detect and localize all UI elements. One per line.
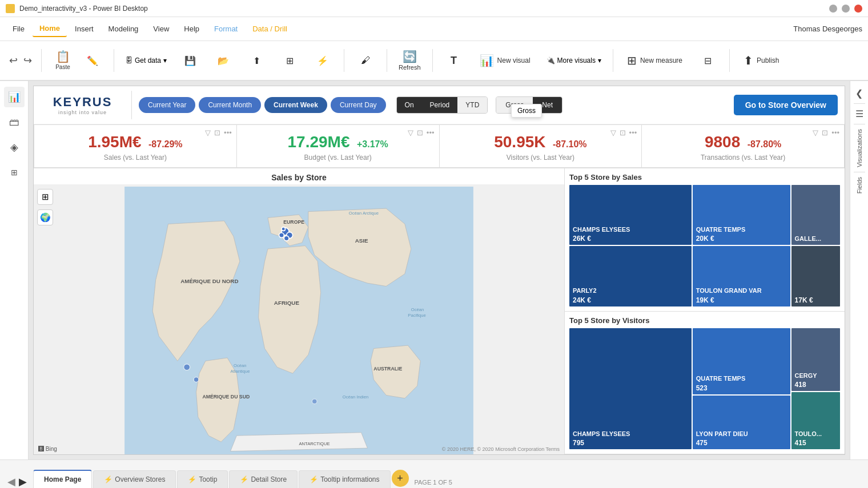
paste-btn[interactable]: 📋 Paste xyxy=(49,49,77,72)
format-page-btn[interactable]: 🖌 xyxy=(351,53,380,68)
ytd-btn[interactable]: YTD xyxy=(457,97,487,113)
query-btn[interactable]: ⚡ xyxy=(308,53,337,68)
fields-label[interactable]: Fields xyxy=(855,175,864,196)
ribbon-divider-2 xyxy=(114,49,114,72)
redo-btn[interactable]: ↪ xyxy=(21,52,34,69)
report-view-icon[interactable]: 📊 xyxy=(4,87,25,107)
world-map-svg[interactable]: AMÉRIQUE DU NORD EUROPE ASIE AFRIQUE AMÉ… xyxy=(34,187,564,454)
add-tab-btn[interactable]: + xyxy=(392,470,409,487)
svg-point-20 xyxy=(194,377,199,382)
svg-text:Océan Indien: Océan Indien xyxy=(343,394,368,400)
textbox-btn[interactable]: T xyxy=(440,53,468,69)
new-measure-btn[interactable]: ⊞ New measure xyxy=(620,50,689,71)
format-painter-btn[interactable]: ✏️ xyxy=(78,53,107,68)
kpi-sales-filter-icon[interactable]: ▽ xyxy=(205,128,211,137)
minimize-btn[interactable] xyxy=(829,5,837,13)
menu-format[interactable]: Format xyxy=(207,21,244,37)
new-visual-btn[interactable]: 📊 New visual xyxy=(473,50,537,71)
tab-info-label: Tooltip informations xyxy=(320,475,379,483)
treemap-galle[interactable]: GALLE... xyxy=(791,185,840,245)
treemap-5th-sales[interactable]: 17K € xyxy=(791,246,840,306)
menu-help[interactable]: Help xyxy=(177,21,206,37)
get-data-icon: 🗄 xyxy=(126,57,132,64)
kpi-sales-focus-icon[interactable]: ⊡ xyxy=(214,128,220,137)
title-bar: Demo_interactivity_v3 - Power BI Desktop xyxy=(0,0,868,17)
tab-overview-stores[interactable]: ⚡ Overview Stores xyxy=(93,470,176,488)
store-val-quatre: 20K € xyxy=(696,235,787,243)
undo-btn[interactable]: ↩ xyxy=(7,52,20,69)
menu-home[interactable]: Home xyxy=(33,21,67,37)
tab-next-arrow[interactable]: ▶ xyxy=(17,475,29,488)
current-day-btn[interactable]: Current Day xyxy=(331,97,386,113)
menu-modeling[interactable]: Modeling xyxy=(102,21,146,37)
current-month-btn[interactable]: Current Month xyxy=(199,97,261,113)
on-btn[interactable]: On xyxy=(397,97,422,113)
svg-point-17 xyxy=(284,236,289,241)
current-week-btn[interactable]: Current Week xyxy=(264,97,327,113)
treemap-col-1: QUATRE TEMPS 20K € TOULON GRAND VAR 19K … xyxy=(693,185,790,306)
save-btn[interactable]: 💾 xyxy=(176,53,204,68)
map-globe-icon[interactable]: 🌍 xyxy=(37,209,53,225)
keyrus-logo: KEYRUS insight into value xyxy=(41,91,132,119)
publish-small-btn[interactable]: ⬆ xyxy=(242,53,271,68)
treemap-visitors-toulo[interactable]: TOULO... 415 xyxy=(791,392,840,449)
kpi-budget-filter-icon[interactable]: ▽ xyxy=(408,128,413,137)
kpi-sales-value: 1.95M€ -87.29% xyxy=(46,133,225,151)
gross-tooltip-text: Gross xyxy=(517,107,536,115)
visualizations-label[interactable]: Visualizations xyxy=(855,127,864,170)
treemap-champs-elysees[interactable]: CHAMPS ELYSEES 26K € xyxy=(569,185,692,245)
kpi-budget-focus-icon[interactable]: ⊡ xyxy=(417,128,423,137)
canvas: KEYRUS insight into value Current Year C… xyxy=(29,81,850,459)
menu-file[interactable]: File xyxy=(6,21,31,37)
kpi-sales-more-icon[interactable]: ••• xyxy=(224,128,232,137)
go-to-store-btn[interactable]: Go to Store Overview xyxy=(734,95,838,115)
treemap-parly2[interactable]: PARLY2 24K € xyxy=(569,246,692,306)
svg-text:Atlantique: Atlantique xyxy=(231,369,250,374)
map-icons-left: ⊞ 🌍 xyxy=(37,189,53,225)
refresh-btn[interactable]: 🔄 Refresh xyxy=(394,49,425,73)
filter-panel-icon[interactable]: ☰ xyxy=(853,106,866,122)
tab-home-page[interactable]: Home Page xyxy=(33,470,92,488)
kpi-visitors-focus-icon[interactable]: ⊡ xyxy=(620,128,626,137)
ribbon-divider-5 xyxy=(432,49,433,72)
treemap-visitors-quatre[interactable]: QUATRE TEMPS 523 xyxy=(693,328,790,394)
menu-insert[interactable]: Insert xyxy=(68,21,101,37)
current-year-btn[interactable]: Current Year xyxy=(139,97,195,113)
tab-detail-store[interactable]: ⚡ Detail Store xyxy=(229,470,298,488)
maximize-btn[interactable] xyxy=(842,5,850,13)
kpi-transactions-filter-icon[interactable]: ▽ xyxy=(813,128,818,137)
treemap-visitors-cergy[interactable]: CERGY 418 xyxy=(791,328,840,391)
get-data-btn[interactable]: 🗄 Get data ▾ xyxy=(121,54,171,67)
kpi-transactions-more-icon[interactable]: ••• xyxy=(831,128,839,137)
kpi-budget-icons: ▽ ⊡ ••• xyxy=(408,128,435,137)
tab-tootip-label: Tootip xyxy=(199,475,217,483)
more-visuals-btn[interactable]: 🔌 More visuals ▾ xyxy=(542,54,606,67)
menu-view[interactable]: View xyxy=(146,21,176,37)
kpi-visitors-filter-icon[interactable]: ▽ xyxy=(610,128,616,137)
treemap-visitors-lyon[interactable]: LYON PART DIEU 475 xyxy=(693,396,790,449)
chevron-collapse-icon[interactable]: ❮ xyxy=(853,86,865,101)
dax-view-icon[interactable]: ⊞ xyxy=(4,162,25,183)
tab-tootip[interactable]: ⚡ Tootip xyxy=(177,470,228,488)
menu-data-drill[interactable]: Data / Drill xyxy=(246,21,294,37)
close-btn[interactable] xyxy=(854,5,862,13)
calc-table-btn[interactable]: ⊟ xyxy=(694,53,722,68)
kpi-budget-more-icon[interactable]: ••• xyxy=(427,128,435,137)
treemap-quatre-temps[interactable]: QUATRE TEMPS 20K € xyxy=(693,185,790,245)
period-btn[interactable]: Period xyxy=(422,97,458,113)
map-table-icon[interactable]: ⊞ xyxy=(37,189,53,205)
kpi-transactions-focus-icon[interactable]: ⊡ xyxy=(822,128,828,137)
open-btn[interactable]: 📂 xyxy=(209,53,238,68)
visitors-col-0: CHAMPS ELYSEES 795 xyxy=(569,328,692,450)
treemap-toulon[interactable]: TOULON GRAND VAR 19K € xyxy=(693,246,790,306)
model-view-icon[interactable]: ◈ xyxy=(4,137,25,158)
publish-btn[interactable]: ⬆ Publish xyxy=(737,50,786,71)
right-panel-div-2 xyxy=(854,124,865,124)
data-view-icon[interactable]: 🗃 xyxy=(4,112,25,132)
tab-tooltip-info[interactable]: ⚡ Tooltip informations xyxy=(299,470,390,488)
treemap-visitors-champs[interactable]: CHAMPS ELYSEES 795 xyxy=(569,328,692,450)
tab-prev-arrow[interactable]: ◀ xyxy=(6,475,17,488)
table-btn[interactable]: ⊞ xyxy=(275,53,304,68)
kpi-visitors-more-icon[interactable]: ••• xyxy=(629,128,637,137)
svg-text:AMÉRIQUE DU NORD: AMÉRIQUE DU NORD xyxy=(180,278,238,284)
